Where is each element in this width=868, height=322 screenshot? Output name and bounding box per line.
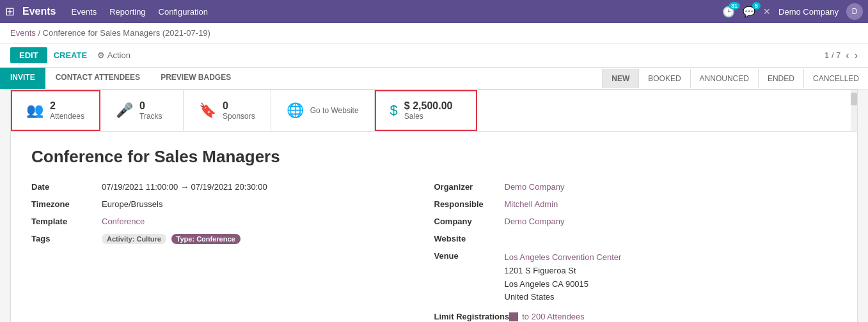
pagination: 1 / 7 ‹ › bbox=[825, 50, 858, 61]
tracks-label: Tracks bbox=[139, 112, 162, 121]
company-row: Company Demo Company bbox=[434, 217, 837, 226]
venue-line1[interactable]: Los Angeles Convention Center bbox=[505, 251, 622, 264]
attendees-label: Attendees bbox=[50, 112, 84, 121]
tracks-icon: 🎤 bbox=[116, 102, 133, 119]
action-bar: EDIT CREATE ⚙ Action 1 / 7 ‹ › bbox=[0, 43, 868, 68]
status-group: NEW BOOKED ANNOUNCED ENDED CANCELLED bbox=[602, 69, 868, 88]
limit-checkbox[interactable] bbox=[509, 312, 518, 321]
status-announced[interactable]: ANNOUNCED bbox=[690, 69, 758, 88]
activities-icon[interactable]: 🕒 31 bbox=[722, 6, 735, 18]
action-label[interactable]: Action bbox=[107, 50, 130, 60]
breadcrumb-parent[interactable]: Events bbox=[10, 28, 36, 38]
content-card: 👥 2 Attendees 🎤 0 Tracks 🔖 0 Spo bbox=[10, 89, 858, 322]
sales-stat[interactable]: $ $ 2,500.00 Sales bbox=[375, 90, 477, 131]
stats-row: 👥 2 Attendees 🎤 0 Tracks 🔖 0 Spo bbox=[11, 90, 857, 132]
website-icon: 🌐 bbox=[287, 102, 304, 119]
attendees-count: 2 bbox=[50, 100, 84, 112]
breadcrumb-separator: / bbox=[38, 28, 42, 38]
attendees-stat[interactable]: 👥 2 Attendees bbox=[11, 90, 100, 131]
event-title: Conference for Sales Managers bbox=[31, 147, 837, 167]
edit-button[interactable]: EDIT bbox=[10, 47, 47, 63]
tab-invite[interactable]: INVITE bbox=[0, 68, 45, 89]
tab-bar: INVITE CONTACT ATTENDEES PREVIEW BADGES … bbox=[0, 68, 868, 89]
timezone-value: Europe/Brussels bbox=[102, 199, 162, 209]
detail-left: Date 07/19/2021 11:00:00 → 07/19/2021 20… bbox=[31, 182, 434, 322]
status-new[interactable]: NEW bbox=[602, 69, 638, 88]
create-button[interactable]: CREATE bbox=[54, 50, 87, 60]
company-name: Demo Company bbox=[778, 7, 839, 17]
date-label: Date bbox=[31, 182, 102, 192]
goto-website-label: Go to Website bbox=[310, 106, 359, 115]
venue-line4: United States bbox=[505, 291, 622, 304]
pagination-text: 1 / 7 bbox=[825, 50, 840, 60]
main-content: 👥 2 Attendees 🎤 0 Tracks 🔖 0 Spo bbox=[0, 89, 868, 322]
breadcrumb-current: Conference for Sales Managers (2021-07-1… bbox=[43, 28, 210, 38]
tag-conference[interactable]: Type: Conference bbox=[171, 234, 241, 244]
organizer-value[interactable]: Demo Company bbox=[505, 182, 565, 192]
detail-grid: Date 07/19/2021 11:00:00 → 07/19/2021 20… bbox=[31, 182, 837, 322]
responsible-row: Responsible Mitchell Admin bbox=[434, 199, 837, 209]
scrollbar[interactable] bbox=[851, 90, 857, 131]
action-gear-icon[interactable]: ⚙ bbox=[97, 50, 105, 60]
tag-culture[interactable]: Activity: Culture bbox=[102, 234, 166, 244]
sponsors-stat[interactable]: 🔖 0 Sponsors bbox=[184, 90, 271, 131]
tags-label: Tags bbox=[31, 234, 102, 243]
venue-row: Venue Los Angeles Convention Center 1201… bbox=[434, 251, 837, 304]
tracks-stat[interactable]: 🎤 0 Tracks bbox=[100, 90, 184, 131]
venue-line3: Los Angeles CA 90015 bbox=[505, 278, 622, 291]
sales-dollar-icon: $ bbox=[390, 102, 398, 119]
nav-events[interactable]: Events bbox=[71, 7, 97, 17]
nav-configuration[interactable]: Configuration bbox=[159, 7, 208, 17]
messages-icon[interactable]: 💬 5 bbox=[743, 6, 755, 18]
template-value[interactable]: Conference bbox=[102, 217, 145, 226]
date-value: 07/19/2021 11:00:00 → 07/19/2021 20:30:0… bbox=[102, 182, 267, 192]
sponsors-icon: 🔖 bbox=[199, 102, 216, 119]
attendees-icon: 👥 bbox=[26, 102, 43, 119]
date-row: Date 07/19/2021 11:00:00 → 07/19/2021 20… bbox=[31, 182, 434, 192]
status-cancelled[interactable]: CANCELLED bbox=[803, 69, 868, 88]
limit-value[interactable]: to 200 Attendees bbox=[522, 312, 585, 321]
nav-reporting[interactable]: Reporting bbox=[109, 7, 145, 17]
sponsors-label: Sponsors bbox=[223, 112, 255, 121]
sales-amount: $ 2,500.00 bbox=[404, 100, 453, 112]
app-title: Events bbox=[22, 6, 56, 17]
limit-label: Limit Registrations bbox=[434, 312, 510, 321]
sponsors-count: 0 bbox=[223, 100, 255, 112]
activities-badge: 31 bbox=[729, 2, 740, 10]
tags-container: Activity: Culture Type: Conference bbox=[102, 234, 243, 244]
website-row: Website bbox=[434, 234, 837, 243]
top-navigation: ⊞ Events Events Reporting Configuration … bbox=[0, 0, 868, 23]
timezone-label: Timezone bbox=[31, 199, 102, 209]
user-avatar[interactable]: D bbox=[846, 3, 863, 20]
organizer-label: Organizer bbox=[434, 182, 505, 192]
tab-preview-badges[interactable]: PREVIEW BADGES bbox=[150, 68, 241, 89]
template-label: Template bbox=[31, 217, 102, 226]
tracks-count: 0 bbox=[139, 100, 162, 112]
status-ended[interactable]: ENDED bbox=[758, 69, 803, 88]
timezone-row: Timezone Europe/Brussels bbox=[31, 199, 434, 209]
company-label: Company bbox=[434, 217, 505, 226]
goto-website-stat[interactable]: 🌐 Go to Website bbox=[271, 90, 375, 131]
company-value[interactable]: Demo Company bbox=[505, 217, 565, 226]
status-booked[interactable]: BOOKED bbox=[638, 69, 690, 88]
messages-badge: 5 bbox=[752, 2, 761, 10]
venue-value: Los Angeles Convention Center 1201 S Fig… bbox=[505, 251, 622, 304]
responsible-label: Responsible bbox=[434, 199, 505, 209]
prev-page-button[interactable]: ‹ bbox=[846, 50, 849, 61]
template-row: Template Conference bbox=[31, 217, 434, 226]
tags-row: Tags Activity: Culture Type: Conference bbox=[31, 234, 434, 244]
app-grid-icon[interactable]: ⊞ bbox=[5, 4, 15, 19]
tab-contact-attendees[interactable]: CONTACT ATTENDEES bbox=[45, 68, 150, 89]
next-page-button[interactable]: › bbox=[855, 50, 858, 61]
venue-label: Venue bbox=[434, 251, 505, 261]
website-label: Website bbox=[434, 234, 505, 243]
close-icon[interactable]: ✕ bbox=[763, 6, 771, 17]
detail-right: Organizer Demo Company Responsible Mitch… bbox=[434, 182, 837, 322]
sales-label: Sales bbox=[404, 112, 453, 121]
breadcrumb: Events / Conference for Sales Managers (… bbox=[0, 23, 868, 43]
organizer-row: Organizer Demo Company bbox=[434, 182, 837, 192]
venue-line2: 1201 S Figueroa St bbox=[505, 264, 622, 278]
limit-row: Limit Registrations to 200 Attendees bbox=[434, 312, 837, 321]
responsible-value[interactable]: Mitchell Admin bbox=[505, 199, 558, 209]
event-body: Conference for Sales Managers Date 07/19… bbox=[11, 132, 857, 322]
